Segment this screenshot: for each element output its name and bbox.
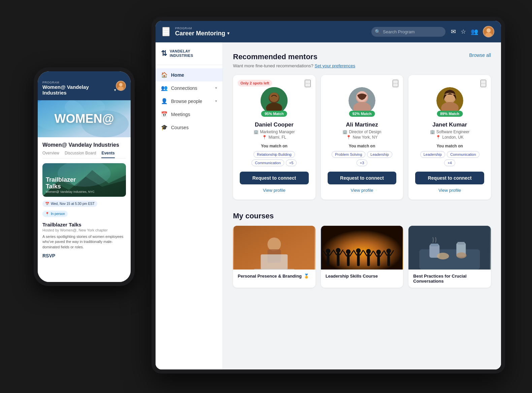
svg-point-57: [437, 253, 449, 259]
mail-icon[interactable]: ✉: [451, 28, 456, 35]
user-avatar[interactable]: [483, 26, 494, 37]
search-wrapper: 🔍: [371, 27, 445, 37]
course-cards: Personal Presence & Branding 🏅: [233, 226, 491, 288]
svg-rect-31: [347, 253, 350, 266]
event-date-badge: 📅 Wed, Nov 15 at 5:30 pm EST: [42, 201, 97, 207]
card-menu-button[interactable]: ···: [480, 80, 486, 87]
mentor-role-daniel: 🏢 Marketing Manager: [254, 130, 295, 134]
svg-point-32: [346, 249, 351, 254]
tag-relationship: Relationship Building: [254, 151, 295, 158]
tag-communication: Communication: [447, 151, 479, 158]
svg-rect-47: [387, 253, 390, 266]
svg-rect-35: [357, 252, 360, 266]
location-icon: 📍: [262, 135, 267, 140]
meetings-icon: 📅: [161, 111, 168, 117]
mentor-card-ali: ···: [321, 75, 403, 200]
avatar-janet: [436, 87, 463, 114]
avatar-wrap: 89% Match: [436, 87, 463, 114]
event-title: TrailblazerTalks: [46, 177, 95, 190]
svg-rect-22: [322, 226, 402, 270]
add-people-icon[interactable]: 👥: [471, 28, 478, 35]
event-host: Hosted by Women@, New York chapter: [42, 228, 126, 232]
course-thumb-2: [321, 226, 403, 270]
connect-button-ali[interactable]: Request to connect: [328, 172, 397, 184]
svg-point-40: [366, 249, 371, 254]
svg-point-36: [356, 248, 361, 253]
set-preferences-link[interactable]: Set your preferences: [314, 63, 355, 68]
tablet-content: ⇅ VANDELAYINDUSTRIES 🏠 Home 👥 Connection…: [156, 42, 501, 369]
connect-button-daniel[interactable]: Request to connect: [240, 172, 309, 184]
phone-hero-text: WOMEN@: [54, 112, 114, 126]
sidebar-item-home[interactable]: 🏠 Home: [156, 68, 223, 81]
phone-hero: WOMEN@: [38, 100, 131, 137]
event-type-meta: 📍 In person: [42, 210, 126, 218]
top-nav: ☰ PROGRAM Career Mentoring ▾ 🔍 ✉ ☆ 👥: [156, 21, 501, 42]
svg-point-2: [485, 33, 492, 37]
course-card-3[interactable]: Best Practices for Crucial Conversations: [408, 226, 491, 288]
chevron-down-icon: ▾: [114, 88, 116, 92]
event-subtitle: Women@ Vandelay Industries, NYC: [46, 190, 95, 193]
card-menu-button[interactable]: ···: [305, 80, 310, 87]
recommended-title: Recommended mentors: [233, 52, 318, 61]
sidebar-item-browse[interactable]: 👤 Browse people ▾: [156, 95, 223, 108]
tag-more: +4: [444, 159, 455, 166]
svg-point-28: [336, 248, 340, 253]
tab-overview[interactable]: Overview: [42, 151, 59, 158]
match-badge-ali: 92% Match: [349, 111, 375, 117]
sidebar-item-meetings[interactable]: 📅 Meetings: [156, 108, 223, 121]
mentor-location-daniel: 📍 Miami, FL: [262, 135, 286, 140]
match-badge-janet: 89% Match: [437, 111, 463, 117]
svg-point-61: [118, 86, 124, 91]
course-card-2[interactable]: Leadership Skills Course: [321, 226, 403, 288]
tab-events[interactable]: Events: [101, 151, 114, 158]
search-input[interactable]: [371, 27, 445, 37]
calendar-icon: 📅: [45, 202, 49, 206]
mentor-location-janet: 📍 London, UK: [436, 135, 463, 140]
event-overlay: TrailblazerTalks Women@ Vandelay Industr…: [46, 177, 95, 193]
briefcase-icon: 🏢: [430, 130, 435, 134]
mentor-tags-ali: Problem Solving Leadership +3: [328, 151, 397, 166]
program-selector: PROGRAM Career Mentoring ▾: [175, 27, 229, 37]
location-icon: 📍: [346, 135, 351, 140]
svg-point-58: [457, 252, 467, 258]
sidebar-item-connections[interactable]: 👥 Connections ▾: [156, 81, 223, 95]
rsvp-button[interactable]: RSVP: [42, 253, 126, 258]
phone-program-name: Women@ Vandelay Industries ▾: [42, 84, 116, 96]
svg-rect-54: [431, 244, 439, 246]
match-label: You match on: [261, 144, 287, 148]
connect-button-janet[interactable]: Request to connect: [415, 172, 484, 184]
sidebar-logo: ⇅ VANDELAYINDUSTRIES: [156, 49, 223, 65]
phone-avatar[interactable]: [116, 81, 126, 91]
svg-rect-56: [458, 242, 465, 245]
course-card-1[interactable]: Personal Presence & Branding 🏅: [233, 226, 315, 288]
svg-point-48: [386, 249, 391, 253]
sidebar-item-courses[interactable]: 🎓 Courses: [156, 121, 223, 134]
browse-icon: 👤: [161, 98, 168, 104]
card-menu-button[interactable]: ···: [393, 80, 398, 87]
course-thumb-3: [408, 226, 491, 270]
mentor-name-ali: Ali Martinez: [346, 121, 378, 128]
star-icon[interactable]: ☆: [461, 28, 466, 35]
mentor-name-daniel: Daniel Cooper: [255, 121, 294, 128]
hamburger-button[interactable]: ☰: [162, 27, 170, 36]
browse-all-link[interactable]: Browse all: [469, 52, 491, 58]
course-info-2: Leadership Skills Course: [321, 270, 403, 283]
view-profile-link-ali[interactable]: View profile: [351, 188, 373, 193]
phone-top-bar: PROGRAM Women@ Vandelay Industries ▾: [38, 71, 131, 100]
course-title-1: Personal Presence & Branding 🏅: [238, 274, 311, 279]
event-description: A series spotlighting stories of women e…: [42, 234, 126, 250]
program-name[interactable]: Career Mentoring ▾: [175, 30, 229, 37]
view-profile-link-daniel[interactable]: View profile: [263, 188, 286, 193]
tag-communication: Communication: [252, 159, 284, 166]
mentor-name-janet: Janet Kumar: [432, 121, 467, 128]
location-icon: 📍: [45, 212, 49, 216]
tag-more: +5: [286, 159, 297, 166]
tablet-screen: ☰ PROGRAM Career Mentoring ▾ 🔍 ✉ ☆ 👥: [156, 21, 501, 369]
view-profile-link-janet[interactable]: View profile: [438, 188, 461, 193]
svg-rect-23: [327, 253, 329, 266]
phone-scroll[interactable]: Women@ Vandelay Industries Overview Disc…: [38, 137, 131, 282]
avatar-wrap: 92% Match: [348, 87, 375, 114]
tab-discussion[interactable]: Discussion Board: [65, 151, 96, 158]
connections-icon: 👥: [161, 85, 168, 91]
phone-event-image: TrailblazerTalks Women@ Vandelay Industr…: [42, 163, 126, 197]
